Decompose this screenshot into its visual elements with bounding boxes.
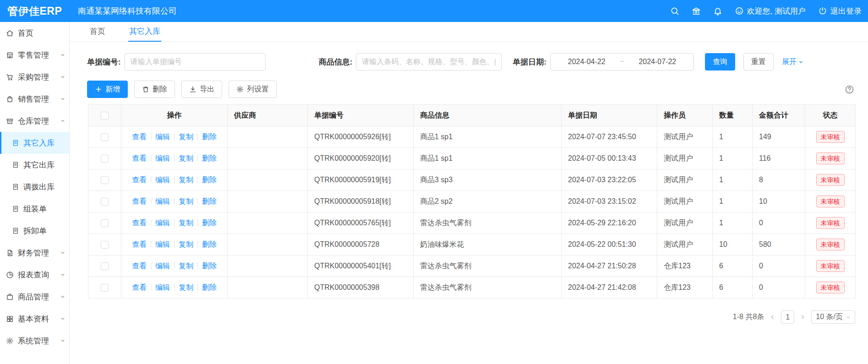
- row-checkbox[interactable]: [101, 198, 109, 206]
- chevron-down-icon: [60, 272, 66, 277]
- supplier-cell: [228, 277, 308, 299]
- delete-link[interactable]: 删除: [202, 154, 217, 162]
- delete-link[interactable]: 删除: [202, 219, 217, 227]
- product-info-input[interactable]: [356, 53, 502, 71]
- row-checkbox[interactable]: [101, 284, 109, 292]
- operator-cell: 测试用户: [657, 126, 713, 148]
- copy-link[interactable]: 复制: [179, 133, 193, 141]
- view-link[interactable]: 查看: [132, 154, 147, 162]
- row-checkbox[interactable]: [101, 155, 109, 163]
- reset-button[interactable]: 重置: [743, 53, 774, 71]
- copy-link[interactable]: 复制: [179, 262, 193, 270]
- edit-link[interactable]: 编辑: [155, 283, 170, 291]
- main-content: 首页 其它入库 单据编号: 商品信息: 单据日期: 2024-04-22 ~ 2…: [70, 22, 868, 364]
- sidebar-item-reports[interactable]: 报表查询: [0, 264, 69, 286]
- export-button[interactable]: 导出: [181, 81, 222, 98]
- date-cell: 2024-05-22 00:51:30: [562, 234, 657, 255]
- warehouse-submenu: 其它入库 其它出库 调拨出库 组装单 拆卸单: [0, 132, 69, 242]
- sidebar-item-label: 系统管理: [18, 336, 49, 346]
- search-icon[interactable]: [670, 6, 679, 16]
- delete-link[interactable]: 删除: [202, 197, 217, 205]
- sidebar-item-basic-data[interactable]: 基本资料: [0, 308, 69, 330]
- status-badge: 未审核: [816, 196, 845, 207]
- page-size-select[interactable]: 10 条/页: [811, 310, 855, 324]
- table-row: 查看编辑复制删除 QTRK00000005401[转] 雷达杀虫气雾剂 2024…: [88, 255, 856, 277]
- view-link[interactable]: 查看: [132, 283, 147, 291]
- sidebar-subitem-assembly[interactable]: 组装单: [0, 198, 69, 220]
- copy-link[interactable]: 复制: [179, 240, 193, 248]
- date-to[interactable]: 2024-07-22: [626, 58, 689, 66]
- delete-link[interactable]: 删除: [202, 283, 217, 291]
- view-link[interactable]: 查看: [132, 197, 147, 205]
- supplier-cell: [228, 126, 308, 148]
- chevron-down-icon: [60, 74, 66, 80]
- tab-other-inbound[interactable]: 其它入库: [128, 22, 161, 42]
- help-icon[interactable]: [845, 85, 854, 94]
- welcome-user[interactable]: 欢迎您, 测试用户: [735, 6, 806, 16]
- sidebar-item-system[interactable]: 系统管理: [0, 330, 69, 352]
- sidebar-subitem-other-outbound[interactable]: 其它出库: [0, 154, 69, 176]
- tab-home[interactable]: 首页: [89, 22, 106, 42]
- status-badge: 未审核: [816, 260, 845, 272]
- sidebar-item-retail[interactable]: 零售管理: [0, 44, 69, 66]
- platform-icon[interactable]: [692, 6, 701, 16]
- search-button[interactable]: 查询: [705, 53, 735, 71]
- prev-page-button[interactable]: [770, 314, 775, 320]
- view-link[interactable]: 查看: [132, 176, 147, 184]
- view-link[interactable]: 查看: [132, 240, 147, 248]
- sidebar-subitem-transfer-outbound[interactable]: 调拨出库: [0, 176, 69, 198]
- edit-link[interactable]: 编辑: [155, 240, 170, 248]
- copy-link[interactable]: 复制: [179, 176, 193, 184]
- view-link[interactable]: 查看: [132, 133, 147, 141]
- edit-link[interactable]: 编辑: [155, 219, 170, 227]
- sidebar: 首页 零售管理 采购管理 销售管理 仓库管理 其它入库: [0, 22, 70, 364]
- next-page-button[interactable]: [800, 314, 806, 320]
- expand-link[interactable]: 展开: [782, 57, 803, 67]
- copy-link[interactable]: 复制: [179, 283, 193, 291]
- bell-icon[interactable]: [713, 6, 722, 16]
- select-all-checkbox[interactable]: [101, 112, 109, 120]
- sidebar-item-warehouse[interactable]: 仓库管理: [0, 110, 69, 132]
- date-separator: ~: [618, 58, 626, 66]
- current-page[interactable]: 1: [781, 310, 794, 324]
- edit-link[interactable]: 编辑: [155, 262, 170, 270]
- col-header-status: 状态: [805, 105, 856, 126]
- table-row: 查看编辑复制删除 QTRK00000005919[转] 商品3 sp3 2024…: [88, 169, 856, 191]
- sidebar-item-finance[interactable]: 财务管理: [0, 242, 69, 264]
- edit-link[interactable]: 编辑: [155, 197, 170, 205]
- row-checkbox[interactable]: [101, 262, 109, 270]
- delete-button[interactable]: 删除: [134, 81, 175, 98]
- delete-link[interactable]: 删除: [202, 262, 217, 270]
- column-settings-button[interactable]: 列设置: [229, 81, 277, 98]
- status-badge: 未审核: [816, 282, 845, 293]
- row-checkbox[interactable]: [101, 241, 109, 249]
- sidebar-item-sales[interactable]: 销售管理: [0, 88, 69, 110]
- logout-button[interactable]: 退出登录: [818, 6, 862, 16]
- date-from[interactable]: 2024-04-22: [555, 58, 618, 66]
- copy-link[interactable]: 复制: [179, 197, 193, 205]
- edit-link[interactable]: 编辑: [155, 176, 170, 184]
- delete-link[interactable]: 删除: [202, 176, 217, 184]
- sidebar-subitem-other-inbound[interactable]: 其它入库: [0, 132, 69, 154]
- delete-link[interactable]: 删除: [202, 240, 217, 248]
- sidebar-subitem-label: 其它入库: [23, 138, 55, 148]
- copy-link[interactable]: 复制: [179, 219, 193, 227]
- sidebar-item-purchase[interactable]: 采购管理: [0, 66, 69, 88]
- edit-link[interactable]: 编辑: [155, 154, 170, 162]
- sidebar-item-products[interactable]: 商品管理: [0, 286, 69, 308]
- copy-link[interactable]: 复制: [179, 154, 193, 162]
- order-no-cell: QTRK00000005398: [308, 277, 414, 299]
- delete-link[interactable]: 删除: [202, 133, 217, 141]
- table-row: 查看编辑复制删除 QTRK00000005920[转] 商品1 sp1 2024…: [88, 148, 856, 169]
- date-range-picker[interactable]: 2024-04-22 ~ 2024-07-22: [550, 53, 694, 71]
- view-link[interactable]: 查看: [132, 262, 147, 270]
- sidebar-subitem-disassembly[interactable]: 拆卸单: [0, 220, 69, 242]
- row-checkbox[interactable]: [101, 176, 109, 184]
- edit-link[interactable]: 编辑: [155, 133, 170, 141]
- order-no-input[interactable]: [125, 53, 266, 71]
- view-link[interactable]: 查看: [132, 219, 147, 227]
- row-checkbox[interactable]: [101, 133, 109, 141]
- sidebar-item-home[interactable]: 首页: [0, 22, 69, 44]
- row-checkbox[interactable]: [101, 219, 109, 227]
- add-button[interactable]: 新增: [87, 81, 128, 98]
